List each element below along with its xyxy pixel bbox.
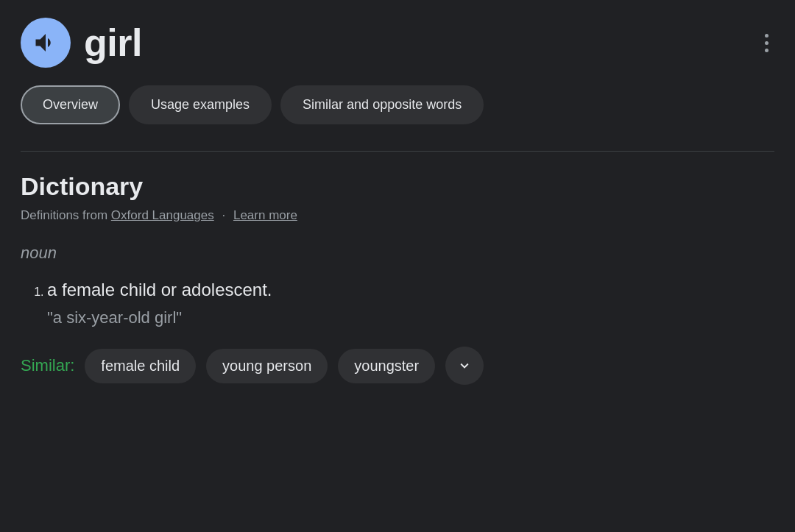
more-dot-2 — [765, 41, 768, 45]
chevron-down-icon — [456, 358, 473, 374]
source-separator: · — [222, 208, 225, 222]
similar-row: Similar: female child young person young… — [21, 347, 774, 385]
word-title: girl — [84, 21, 142, 65]
tab-overview[interactable]: Overview — [21, 85, 120, 124]
definition-text-1: a female child or adolescent. — [47, 277, 774, 302]
more-options-button[interactable] — [759, 28, 774, 58]
dictionary-title: Dictionary — [21, 172, 774, 201]
speaker-icon — [32, 29, 59, 56]
header-left: girl — [21, 18, 142, 68]
definition-item-1: a female child or adolescent. "a six-yea… — [47, 277, 774, 329]
similar-tag-female-child[interactable]: female child — [85, 349, 196, 383]
dictionary-section: Dictionary Definitions from Oxford Langu… — [21, 172, 774, 385]
similar-tag-youngster[interactable]: youngster — [338, 349, 435, 383]
source-line: Definitions from Oxford Languages · Lear… — [21, 208, 774, 223]
section-divider — [21, 151, 774, 152]
audio-button[interactable] — [21, 18, 71, 68]
expand-similar-button[interactable] — [445, 347, 484, 385]
source-text: Definitions from — [21, 208, 107, 222]
part-of-speech: noun — [21, 244, 774, 263]
tab-similar-opposite[interactable]: Similar and opposite words — [280, 85, 484, 124]
definition-list: a female child or adolescent. "a six-yea… — [21, 277, 774, 329]
more-dot-1 — [765, 34, 768, 38]
similar-label: Similar: — [21, 356, 74, 375]
tab-usage-examples[interactable]: Usage examples — [129, 85, 272, 124]
header-row: girl — [21, 18, 774, 68]
oxford-languages-link[interactable]: Oxford Languages — [111, 208, 214, 222]
definition-example-1: "a six-year-old girl" — [47, 307, 774, 330]
tabs-row: Overview Usage examples Similar and oppo… — [21, 85, 774, 124]
page-container: girl Overview Usage examples Similar and… — [0, 0, 795, 402]
more-dot-3 — [765, 49, 768, 52]
similar-tag-young-person[interactable]: young person — [206, 349, 328, 383]
learn-more-link[interactable]: Learn more — [233, 208, 297, 222]
